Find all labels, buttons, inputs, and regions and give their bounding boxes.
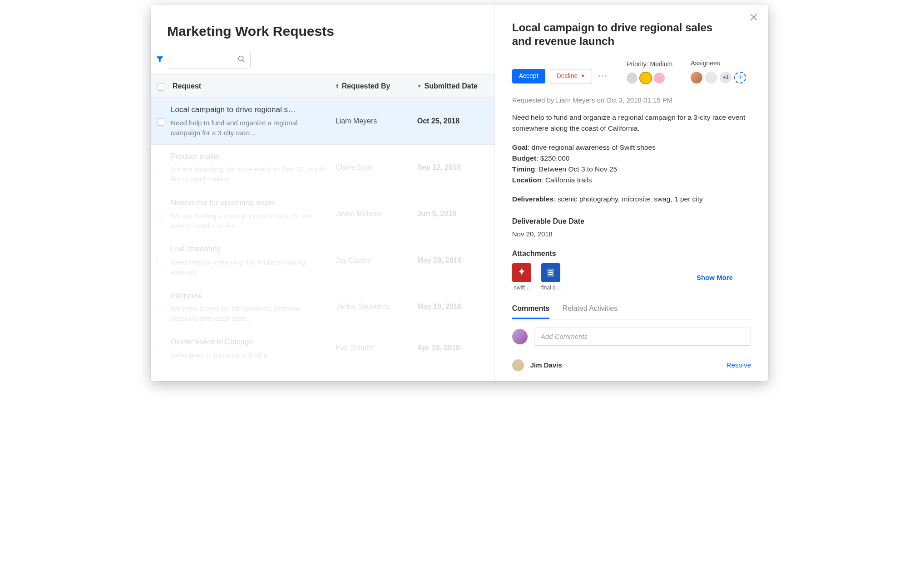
detail-tabs: Comments Related Activities [512, 304, 751, 319]
deliverables-label: Deliverables [512, 195, 553, 203]
assignees-label: Assignees [691, 59, 746, 68]
attachment-name: final dr… [541, 284, 563, 292]
requests-pane: Marketing Work Requests Request ▲▼ Reque… [151, 5, 494, 381]
priority-low-icon[interactable] [627, 73, 637, 83]
request-by: Jay Castro [336, 255, 417, 265]
row-checkbox[interactable] [157, 165, 164, 172]
more-icon[interactable] [597, 75, 608, 77]
budget-value: : $250,000 [536, 154, 569, 162]
budget-label: Budget [512, 154, 536, 162]
search-icon [237, 55, 246, 66]
column-requested-by[interactable]: ▲▼ Requested By [336, 81, 417, 91]
svg-point-0 [238, 56, 243, 61]
attachment-name: swift … [512, 284, 534, 292]
table-header: Request ▲▼ Requested By ▼ Submitted Date [151, 74, 494, 98]
attachment-item[interactable]: final dr… [541, 263, 563, 292]
request-desc: We need a crew for the speakers' intervi… [171, 304, 326, 323]
accept-button[interactable]: Accept [512, 69, 545, 83]
column-request-label: Request [173, 81, 201, 91]
sort-desc-icon: ▼ [417, 85, 422, 88]
table-row[interactable]: Interview We need a crew for the speaker… [151, 284, 494, 330]
priority-high-icon[interactable] [654, 73, 665, 83]
current-user-avatar [512, 329, 528, 344]
avatar[interactable] [705, 72, 717, 83]
table-row[interactable]: Local campaign to drive regional s… Need… [151, 98, 494, 144]
detail-title: Local campaign to drive regional sales a… [512, 21, 751, 48]
request-title: Interview [171, 290, 326, 304]
assignees-avatars: +1 + [691, 72, 746, 83]
body-intro: Need help to fund and organize a regiona… [512, 112, 751, 134]
request-title: Newsletter for upcoming event [171, 197, 326, 211]
column-requested-by-label: Requested By [342, 81, 390, 91]
search-box[interactable] [169, 52, 251, 69]
column-submitted-date[interactable]: ▼ Submitted Date [417, 81, 494, 91]
location-value: : California trails [541, 176, 592, 184]
request-date: May 28, 2018 [417, 255, 494, 265]
assignees-block: Assignees +1 + [691, 59, 746, 83]
priority-label: Priority: Medium [627, 60, 672, 69]
request-title: Product mailer [171, 151, 326, 165]
pdf-icon [512, 263, 531, 282]
request-title: Dinner event in Chicago [171, 337, 326, 350]
column-request[interactable]: Request [171, 81, 336, 91]
priority-block: Priority: Medium [627, 60, 672, 83]
table-row[interactable]: Dinner event in Chicago Sales team is pl… [151, 330, 494, 367]
row-checkbox[interactable] [157, 118, 164, 126]
svg-line-1 [242, 60, 245, 62]
request-date: Oct 25, 2018 [417, 116, 494, 126]
page-title: Marketing Work Requests [151, 22, 494, 52]
tab-comments[interactable]: Comments [512, 304, 550, 318]
comment-thread: Jim Davis Resolve [512, 359, 751, 371]
request-date: Sep 12, 2018 [417, 162, 494, 172]
detail-pane: Local campaign to drive regional sales a… [494, 5, 768, 381]
detail-actions: Accept Decline ▼ [512, 69, 608, 83]
avatar[interactable] [691, 72, 702, 83]
decline-button-label: Decline [557, 72, 578, 81]
deliverables-value: : scenic photography, microsite, swag, 1… [553, 195, 703, 203]
row-checkbox[interactable] [157, 346, 164, 353]
avatar-overflow[interactable]: +1 [720, 72, 731, 83]
request-by: Javier Mcbride [336, 209, 417, 219]
add-assignee-button[interactable]: + [734, 72, 746, 83]
request-by: Jackie Saunders [336, 302, 417, 312]
resolve-link[interactable]: Resolve [726, 360, 751, 370]
table-row[interactable]: Newsletter for upcoming event We are hos… [151, 191, 494, 237]
request-by: Eva Schultz [336, 343, 417, 353]
filter-icon[interactable] [155, 54, 164, 66]
request-desc: We are launching the store event on Dec … [171, 164, 326, 184]
row-checkbox[interactable] [157, 211, 164, 219]
priority-medium-icon[interactable] [640, 73, 651, 83]
request-desc: Sales team is planning to hold a [171, 350, 326, 360]
table-row[interactable]: Product mailer We are launching the stor… [151, 145, 494, 191]
priority-dots[interactable] [627, 73, 672, 83]
attachments-label: Attachments [512, 249, 751, 259]
select-all-checkbox[interactable] [157, 83, 164, 91]
comment-input[interactable] [534, 328, 751, 346]
tab-related-activities[interactable]: Related Activities [562, 304, 618, 318]
close-icon[interactable] [749, 13, 758, 24]
show-more-link[interactable]: Show More [697, 273, 751, 282]
goal-value: : drive regional awareness of Swift shoe… [528, 143, 656, 151]
location-label: Location [512, 176, 542, 184]
due-date-value: Nov 20, 2018 [512, 229, 751, 239]
row-checkbox[interactable] [157, 258, 164, 265]
request-title: Local campaign to drive regional s… [171, 104, 326, 118]
app-window: Marketing Work Requests Request ▲▼ Reque… [151, 5, 768, 381]
decline-button[interactable]: Decline ▼ [550, 69, 593, 83]
timing-label: Timing [512, 165, 535, 173]
row-checkbox[interactable] [157, 304, 164, 311]
chevron-down-icon: ▼ [580, 73, 585, 79]
sort-icon: ▲▼ [336, 83, 339, 89]
request-by: Liam Meyers [336, 116, 417, 126]
table-row[interactable]: Live streaming Need help on streaming th… [151, 237, 494, 284]
commenter-name: Jim Davis [530, 360, 562, 370]
svg-rect-6 [548, 272, 553, 273]
detail-meta-row: Accept Decline ▼ Priority: Medium Assign… [512, 59, 751, 83]
request-by: Claire Scott [336, 162, 417, 172]
word-icon [541, 263, 560, 282]
request-date: May 10, 2018 [417, 302, 494, 312]
request-desc: Need help on streaming this Friday's tra… [171, 257, 326, 277]
attachment-item[interactable]: swift … [512, 263, 534, 292]
request-list: Local campaign to drive regional s… Need… [151, 98, 494, 367]
attachments-row: swift … final dr… Show More [512, 263, 751, 292]
